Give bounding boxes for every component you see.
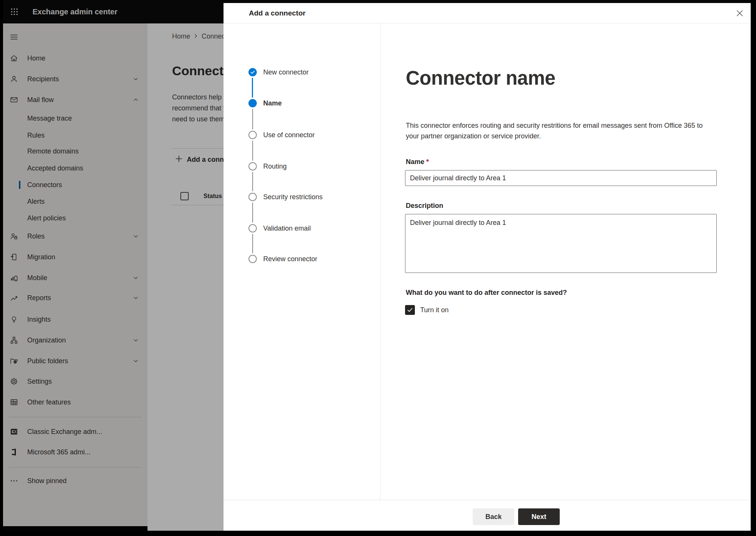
step-connector-line [252,234,253,253]
step-use-of-connector: Use of connector [224,127,380,143]
description-field-label: Description [406,202,443,210]
step-security-restrictions: Security restrictions [224,189,380,204]
connector-name-heading: Connector name [406,67,555,89]
step-new-connector: New connector [224,65,380,80]
step-routing: Routing [224,159,380,174]
after-save-question: What do you want to do after connector i… [406,289,567,297]
step-connector-line [252,172,253,191]
description-textarea[interactable]: Deliver journal directly to Area 1 [405,214,717,273]
back-button[interactable]: Back [473,508,514,525]
browser-viewport: Exchange admin center Home Recipients [3,0,751,531]
name-label-text: Name [406,158,424,166]
required-asterisk: * [426,158,429,166]
turn-it-on-checkbox[interactable]: Turn it on [405,305,449,315]
step-upcoming-icon [248,162,257,170]
step-name: Name [224,96,380,111]
step-label: Name [263,96,282,111]
name-field-label: Name * [406,158,429,166]
step-upcoming-icon [248,131,257,139]
step-upcoming-icon [248,193,257,201]
step-validation-email: Validation email [224,221,380,236]
step-label: Use of connector [263,127,315,143]
step-review-connector: Review connector [224,251,380,266]
dialog-footer: Back Next [224,500,751,531]
step-label: Security restrictions [263,189,323,204]
name-input[interactable] [405,170,717,186]
step-upcoming-icon [248,224,257,232]
add-connector-dialog: Add a connector New connector Name [224,3,751,531]
step-upcoming-icon [248,255,257,263]
wizard-content: Connector name This connector enforces r… [380,23,751,500]
step-current-icon [248,99,257,107]
connector-description-text: This connector enforces routing and secu… [406,120,717,141]
step-label: Validation email [263,221,311,236]
next-button[interactable]: Next [518,508,560,525]
step-label: Routing [263,159,287,174]
close-icon[interactable] [735,9,745,19]
turn-it-on-label: Turn it on [420,306,449,314]
dialog-header: Add a connector [224,3,751,23]
step-connector-line [252,78,253,98]
dialog-title: Add a connector [249,3,306,23]
step-connector-line [252,141,253,161]
step-connector-line [252,203,253,223]
step-label: New connector [263,65,309,80]
checkbox-checked-icon [405,305,415,315]
step-completed-icon [248,68,257,76]
wizard-steps: New connector Name Use of connector Rout… [224,23,380,500]
step-label: Review connector [263,251,317,266]
step-connector-line [252,109,253,129]
